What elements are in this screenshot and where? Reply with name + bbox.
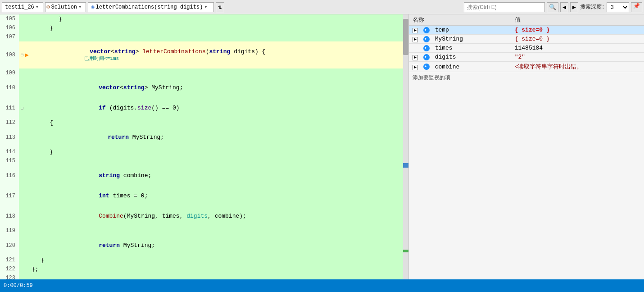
- line-fold[interactable]: [19, 23, 25, 32]
- line-number: 109: [0, 68, 19, 78]
- scroll-marker: [403, 250, 408, 252]
- line-indicator: [25, 23, 30, 32]
- search-depth-label: 搜索深度:: [580, 3, 605, 11]
- table-row: 108 ⊟ ▶ vector<string> letterCombination…: [0, 41, 408, 68]
- watch-name-label: digits: [435, 54, 456, 60]
- line-code: [30, 32, 408, 41]
- watch-value: <读取字符串字符时出错。: [515, 64, 583, 70]
- table-row: 113 return MyString;: [0, 127, 408, 147]
- line-fold[interactable]: [19, 226, 25, 235]
- watch-row[interactable]: ▶ temp { size=0 }: [409, 26, 644, 35]
- watch-name-label: MyString: [435, 36, 463, 42]
- solution-dropdown-arrow: ▼: [79, 5, 81, 9]
- add-watch-label[interactable]: 添加要监视的项: [409, 72, 644, 83]
- line-indicator: [25, 226, 30, 235]
- expand-btn[interactable]: ▶: [413, 28, 418, 33]
- table-row: 107: [0, 32, 408, 41]
- line-number: 118: [0, 206, 19, 226]
- line-fold[interactable]: [19, 256, 25, 265]
- code-scroll[interactable]: 105 } 106 } 107: [0, 14, 408, 279]
- watch-name-label: temp: [435, 27, 449, 33]
- line-fold[interactable]: [19, 274, 25, 279]
- line-number: 119: [0, 226, 19, 235]
- line-fold[interactable]: ⊟: [19, 98, 25, 118]
- line-number: 110: [0, 78, 19, 98]
- expand-btn[interactable]: ▶: [413, 55, 418, 60]
- col-value-header: 值: [511, 14, 644, 26]
- line-indicator: ▶: [25, 41, 30, 68]
- line-indicator: [25, 265, 30, 274]
- table-row: 109: [0, 68, 408, 78]
- line-number: 122: [0, 265, 19, 274]
- line-number: 120: [0, 235, 19, 256]
- line-indicator: [25, 165, 30, 186]
- watch-row[interactable]: ▶ digits "2": [409, 53, 644, 62]
- line-fold[interactable]: [19, 235, 25, 256]
- line-fold[interactable]: [19, 206, 25, 226]
- watch-row[interactable]: times 11485184: [409, 44, 644, 53]
- line-indicator: [25, 147, 30, 156]
- search-input[interactable]: [464, 2, 545, 12]
- watch-item-name: ▶ combine: [409, 62, 511, 72]
- watch-header: 名称 值: [409, 14, 644, 26]
- file-dropdown[interactable]: test11_26 ▼: [2, 2, 43, 12]
- line-code: string combine;: [30, 165, 408, 186]
- solution-dropdown[interactable]: ⚙ Solution ▼: [45, 2, 86, 12]
- code-editor[interactable]: 105 } 106 } 107: [0, 14, 409, 279]
- table-row: 116 string combine;: [0, 165, 408, 186]
- line-fold[interactable]: [19, 14, 25, 23]
- vertical-scrollbar[interactable]: [403, 14, 408, 279]
- line-fold[interactable]: [19, 156, 25, 165]
- status-time: 0:00/0:59: [4, 283, 33, 289]
- line-fold[interactable]: [19, 78, 25, 98]
- line-number: 121: [0, 256, 19, 265]
- line-code: vector<string> MyString;: [30, 78, 408, 98]
- line-number: 112: [0, 118, 19, 127]
- split-btn[interactable]: ⇅: [216, 2, 224, 12]
- search-depth-select[interactable]: 3 1 2 4 5: [607, 2, 629, 12]
- table-row: 105 }: [0, 14, 408, 23]
- line-fold[interactable]: [19, 118, 25, 127]
- line-fold[interactable]: [19, 68, 25, 78]
- scrollbar-thumb[interactable]: [403, 19, 408, 55]
- line-indicator: [25, 274, 30, 279]
- table-row: 119: [0, 226, 408, 235]
- line-number: 106: [0, 23, 19, 32]
- watch-value: 11485184: [515, 45, 543, 51]
- nav-forward-btn[interactable]: ▶: [570, 2, 578, 12]
- line-fold[interactable]: [19, 265, 25, 274]
- watch-row[interactable]: ▶ combine <读取字符串字符时出错。: [409, 62, 644, 72]
- watch-value: "2": [515, 54, 525, 60]
- line-indicator: [25, 78, 30, 98]
- line-code: [30, 68, 408, 78]
- watch-icon: [423, 64, 430, 70]
- table-row: 121 }: [0, 256, 408, 265]
- nav-back-btn[interactable]: ◀: [560, 2, 568, 12]
- pin-btn[interactable]: 📌: [631, 2, 642, 12]
- table-row: 123: [0, 274, 408, 279]
- expand-btn[interactable]: ▶: [413, 37, 418, 42]
- line-fold[interactable]: [19, 127, 25, 147]
- function-dropdown[interactable]: ◉ letterCombinations(string digits) ▼: [88, 2, 214, 12]
- line-indicator: [25, 14, 30, 23]
- table-row: 115: [0, 156, 408, 165]
- watch-item-value: { size=0 }: [511, 35, 644, 44]
- table-row: 110 vector<string> MyString;: [0, 78, 408, 98]
- solution-icon: ⚙: [46, 4, 50, 10]
- main-content: 105 } 106 } 107: [0, 14, 644, 279]
- line-code: }: [30, 147, 408, 156]
- watch-row[interactable]: ▶ MyString { size=0 }: [409, 35, 644, 44]
- table-row: 114 }: [0, 147, 408, 156]
- line-number: 123: [0, 274, 19, 279]
- line-fold[interactable]: [19, 147, 25, 156]
- line-fold[interactable]: [19, 165, 25, 186]
- watch-item-value: 11485184: [511, 44, 644, 53]
- line-fold[interactable]: ⊟: [19, 41, 25, 68]
- top-toolbar: test11_26 ▼ ⚙ Solution ▼ ◉ letterCombina…: [0, 0, 644, 14]
- line-code: }: [30, 23, 408, 32]
- line-code: };: [30, 265, 408, 274]
- line-fold[interactable]: [19, 186, 25, 206]
- expand-btn[interactable]: ▶: [413, 65, 418, 70]
- search-btn[interactable]: 🔍: [547, 2, 558, 12]
- line-fold[interactable]: [19, 32, 25, 41]
